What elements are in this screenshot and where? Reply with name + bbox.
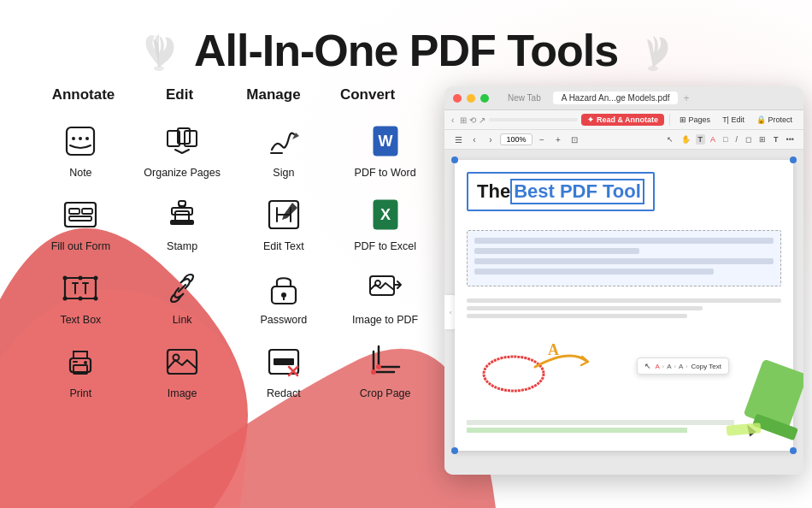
svg-text:A: A xyxy=(548,341,559,358)
zoom-input[interactable]: 100% xyxy=(500,133,533,145)
traffic-light-fullscreen[interactable] xyxy=(480,94,489,103)
svg-rect-42 xyxy=(274,358,294,365)
tools-panel: Annotate Edit Manage Convert Note xyxy=(26,86,436,475)
svg-point-7 xyxy=(85,137,89,140)
password-icon xyxy=(262,266,306,310)
svg-point-26 xyxy=(79,276,83,281)
pdf-line-b xyxy=(467,306,703,310)
subbar-next[interactable]: › xyxy=(484,133,497,146)
tool-redact[interactable]: Redact xyxy=(233,334,335,405)
pdf-to-word-icon: W xyxy=(363,119,408,163)
svg-point-43 xyxy=(371,369,376,375)
link-icon xyxy=(160,266,204,310)
tab-new[interactable]: New Tab xyxy=(501,92,548,104)
tool-sign[interactable]: Sign xyxy=(233,114,335,184)
svg-rect-39 xyxy=(168,350,197,374)
tool-stamp[interactable]: Stamp xyxy=(132,187,233,257)
categories-row: Annotate Edit Manage Convert xyxy=(26,86,436,103)
pdf-line-a xyxy=(467,298,781,303)
text-box-tool[interactable]: T xyxy=(771,134,781,145)
subbar-prev[interactable]: ‹ xyxy=(468,133,481,146)
tool-note[interactable]: Note xyxy=(30,114,132,184)
tool-pdf-to-word[interactable]: W PDF to Word xyxy=(334,114,436,184)
shape-tool[interactable]: □ xyxy=(721,134,730,145)
draw-tool[interactable]: / xyxy=(733,134,741,145)
redact-icon xyxy=(262,340,306,384)
password-label: Password xyxy=(260,314,307,326)
copy-text-label[interactable]: Copy Text xyxy=(691,363,721,370)
copy-text-a-red[interactable]: A xyxy=(656,363,660,370)
traffic-light-close[interactable] xyxy=(453,94,462,103)
copy-text-sep3: › xyxy=(685,363,687,369)
svg-point-25 xyxy=(63,276,68,281)
image-label: Image xyxy=(168,387,197,399)
pdf-to-excel-label: PDF to Excel xyxy=(354,240,416,252)
category-annotate: Annotate xyxy=(34,86,132,103)
fill-out-form-icon xyxy=(58,192,103,237)
text-sel-tool[interactable]: T xyxy=(696,134,706,145)
sign-label: Sign xyxy=(273,167,294,179)
category-edit: Edit xyxy=(132,86,227,103)
copy-text-sep1: › xyxy=(662,363,664,369)
photo-tool[interactable]: ⊞ xyxy=(756,134,768,145)
tool-organize-pages[interactable]: Organize Pages xyxy=(132,114,233,184)
highlight-tool[interactable]: A xyxy=(708,134,718,145)
svg-point-40 xyxy=(174,355,179,361)
cursor-tool[interactable]: ↖ xyxy=(664,134,676,145)
svg-point-27 xyxy=(94,276,98,281)
tool-password[interactable]: Password xyxy=(233,261,335,331)
hand-tool[interactable]: ✋ xyxy=(679,134,693,145)
traffic-light-minimize[interactable] xyxy=(467,94,475,103)
annotation-tools: ↖ ✋ T A □ / ◻ ⊞ T ••• xyxy=(664,134,797,145)
tools-grid: Note Organize Pages xyxy=(26,114,436,405)
handwritten-annotation: A xyxy=(467,331,621,399)
pdf-more-lines xyxy=(467,295,781,325)
protect-btn[interactable]: 🔒 Protect xyxy=(752,114,797,126)
zoom-out[interactable]: − xyxy=(535,133,549,146)
sub-toolbar: ☰ ‹ › 100% − + ⊡ ↖ ✋ T A □ / ◻ ⊞ T xyxy=(444,130,803,150)
zoom-in[interactable]: + xyxy=(551,133,565,146)
pdf-title-normal: The xyxy=(477,180,510,203)
svg-point-38 xyxy=(84,361,87,364)
tool-fill-out-form[interactable]: Fill out Form xyxy=(30,187,132,257)
pdf-content-area: ‹ The Best PDF Tool xyxy=(444,150,803,475)
tool-link[interactable]: Link xyxy=(132,261,233,331)
pages-btn[interactable]: ⊞ Pages xyxy=(675,114,715,126)
tool-text-box[interactable]: Text Box xyxy=(30,261,132,331)
image-to-pdf-icon xyxy=(363,266,408,310)
browser-window: New Tab A Hazard An...ge Models.pdf + ‹ … xyxy=(444,86,803,475)
erase-tool[interactable]: ◻ xyxy=(743,134,754,145)
copy-text-a-under[interactable]: A xyxy=(679,363,683,370)
laurel-left-icon xyxy=(138,21,180,80)
tool-print[interactable]: Print xyxy=(30,334,132,405)
cursor-mini-icon: ↖ xyxy=(644,362,651,370)
copy-text-buttons: A › A › A › xyxy=(655,363,688,370)
svg-point-32 xyxy=(281,292,286,298)
tab-add[interactable]: + xyxy=(683,92,689,104)
pdf-title-box: The Best PDF Tool xyxy=(467,172,655,211)
pdf-to-excel-icon: X xyxy=(363,192,408,237)
read-annotate-btn[interactable]: ✦ Read & Annotate xyxy=(581,114,664,126)
tool-edit-text[interactable]: Edit Text xyxy=(233,187,335,257)
tool-image-to-pdf[interactable]: Image to PDF xyxy=(334,261,436,331)
organize-pages-icon xyxy=(160,119,204,163)
svg-point-28 xyxy=(63,297,68,301)
svg-point-45 xyxy=(484,357,544,391)
tool-crop-page[interactable]: Crop Page xyxy=(334,334,436,405)
fit-page[interactable]: ⊡ xyxy=(568,133,581,146)
tool-image[interactable]: Image xyxy=(132,334,233,405)
organize-pages-label: Organize Pages xyxy=(144,167,221,179)
copy-text-a-gray[interactable]: A xyxy=(667,363,671,370)
pdf-mockup: New Tab A Hazard An...ge Models.pdf + ‹ … xyxy=(444,86,803,475)
tool-pdf-to-excel[interactable]: X PDF to Excel xyxy=(334,187,436,257)
tab-active[interactable]: A Hazard An...ge Models.pdf xyxy=(553,92,679,104)
address-bar[interactable] xyxy=(489,118,579,121)
svg-rect-24 xyxy=(65,278,96,298)
edit-btn[interactable]: T| Edit xyxy=(718,114,749,126)
more-tools[interactable]: ••• xyxy=(784,134,797,145)
nav-back-icon[interactable]: ‹ xyxy=(451,115,454,125)
tab-bar: New Tab A Hazard An...ge Models.pdf + xyxy=(501,92,795,104)
category-convert: Convert xyxy=(321,86,415,103)
stamp-icon xyxy=(160,192,204,237)
subbar-sidebar[interactable]: ☰ xyxy=(451,133,465,146)
